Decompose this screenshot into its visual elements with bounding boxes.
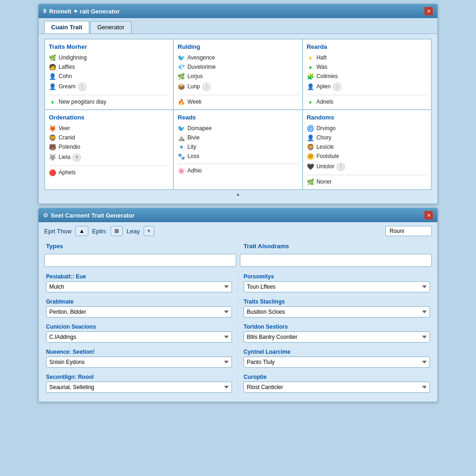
- list-item[interactable]: 🧩 Colimies: [307, 72, 427, 81]
- window-body-1: Traits Morher 🌿 Undighning 🧑 Laffies 👤 C…: [39, 34, 437, 204]
- select-curoptie[interactable]: Rlost Canticler: [244, 382, 430, 393]
- window-icon-2: ⊙: [43, 212, 48, 218]
- close-button-1[interactable]: ✕: [424, 7, 433, 15]
- item-label: Cranid: [59, 134, 75, 141]
- cat-title-ordenations: Ordenations: [49, 114, 169, 121]
- grid-button[interactable]: ⊞: [111, 226, 123, 236]
- select-cyntnel[interactable]: Panto Tluly: [244, 357, 430, 368]
- eplin-label: Eplin:: [92, 228, 107, 235]
- list-item[interactable]: 🐾 Loss: [178, 152, 298, 161]
- field-tortdon: Tortdon Sestiors Bltis Banlry Coontier: [238, 321, 432, 346]
- item-label: Laffies: [59, 64, 75, 70]
- tab-cuain-trait[interactable]: Cuain Trait: [44, 21, 89, 33]
- cat-footer-rearda: ♦ Adnels: [307, 95, 427, 106]
- list-item[interactable]: 💎 Duvelorime: [178, 62, 298, 72]
- label-curoptie: Curoptie: [244, 374, 430, 380]
- item-icon: 👤: [49, 73, 56, 80]
- list-item[interactable]: 🤗 Foolstule: [307, 152, 427, 161]
- export-label: Eprt Thow: [44, 228, 72, 235]
- list-item[interactable]: 👤 Aplen ⋮: [307, 81, 427, 92]
- label-tortdon: Tortdon Sestiors: [244, 324, 430, 330]
- list-item[interactable]: 🐦 Domapee: [178, 124, 298, 133]
- select-grablmate[interactable]: Pertion, Bidder: [46, 306, 232, 317]
- list-item[interactable]: 🦁 Cranid: [49, 133, 169, 142]
- select-cunicion[interactable]: C.lAddings: [46, 331, 232, 343]
- item-label: Lunp: [187, 83, 200, 90]
- category-randoms: Randoms 🌀 Drvingo 👤 Chory 🦁 Lesicle: [303, 110, 431, 190]
- list-item[interactable]: ● Was: [307, 62, 427, 72]
- cat-footer-rulding: 🔥 Week: [178, 95, 298, 106]
- list-item[interactable]: ♦ Haft: [307, 53, 427, 62]
- list-item[interactable]: 🦁 Lesicle: [307, 142, 427, 152]
- cat-footer-randoms: 🌿 Noner: [307, 175, 427, 185]
- top-boxes: [44, 254, 432, 267]
- window-title-1: Rnimelt ✦ rait Generator: [49, 8, 120, 15]
- list-item[interactable]: 👤 Cohn: [49, 72, 169, 81]
- list-item[interactable]: 🌿 Lorjus: [178, 72, 298, 81]
- item-icon: 🐺: [49, 153, 56, 161]
- leay-label: Leay: [126, 228, 139, 235]
- select-pesiabalt[interactable]: Mulch: [46, 281, 232, 292]
- select-porsomitys[interactable]: Toun Lffees: [244, 281, 430, 292]
- item-label: Colimies: [317, 73, 338, 79]
- trait-alsodrams-box: [240, 254, 432, 267]
- item-icon: 💎: [178, 63, 185, 71]
- item-icon: 🐦: [178, 125, 185, 132]
- category-traits-morher: Traits Morher 🌿 Undighning 🧑 Laffies 👤 C…: [45, 39, 173, 110]
- label-cunicion: Cunicion Seacions: [46, 324, 232, 330]
- item-icon: ●: [307, 63, 314, 71]
- cat-items-traits-morher: 🌿 Undighning 🧑 Laffies 👤 Cohn 👤 Gream: [49, 53, 169, 92]
- field-traits-staclings: Traits Staclings Busition Scloes: [238, 296, 432, 321]
- item-label: Lity: [187, 144, 196, 150]
- scroll-button[interactable]: ⋮: [78, 83, 86, 91]
- select-secontlign[interactable]: Seaurial, Selleting: [46, 382, 232, 393]
- up-arrow-button[interactable]: ▲: [75, 226, 88, 236]
- list-item[interactable]: 👤 Chory: [307, 133, 427, 142]
- item-label: Avesgence: [187, 54, 215, 61]
- window-2: ⊙ Seet Carment Trait Generator ✕ Eprt Th…: [38, 208, 438, 402]
- add-button[interactable]: +: [144, 226, 154, 236]
- item-icon: 👤: [307, 83, 314, 90]
- list-item[interactable]: ♥ Lity: [178, 142, 298, 152]
- footer-icon: 🌿: [307, 178, 314, 185]
- select-tortdon[interactable]: Bltis Banlry Coontier: [244, 331, 430, 343]
- search-input[interactable]: [385, 226, 432, 236]
- list-item[interactable]: 🦊 Veer: [49, 124, 169, 133]
- list-item[interactable]: ⛰️ Bivie: [178, 133, 298, 142]
- item-icon: 🌀: [307, 125, 314, 132]
- item-label: Lorjus: [187, 73, 203, 79]
- select-traits-staclings[interactable]: Busition Scloes: [244, 306, 430, 317]
- item-label: Undighning: [59, 54, 87, 61]
- list-item[interactable]: 📦 Lunp ⋮: [178, 81, 298, 92]
- tab-generator[interactable]: Generator: [90, 21, 132, 33]
- scroll-button[interactable]: ⋮: [202, 83, 211, 91]
- cat-items-rulding: 🐦 Avesgence 💎 Duvelorime 🌿 Lorjus 📦 Lunp: [178, 53, 298, 92]
- item-icon: ♥: [178, 143, 185, 151]
- item-icon: 🦁: [49, 134, 56, 141]
- category-grid: Traits Morher 🌿 Undighning 🧑 Laffies 👤 C…: [44, 39, 432, 190]
- scroll-button[interactable]: ⋮: [333, 83, 341, 91]
- close-button-2[interactable]: ✕: [424, 211, 433, 219]
- cat-footer-traits-morher: ♦ New peogitaro diay: [49, 95, 169, 106]
- footer-label: Adhio: [187, 167, 202, 174]
- list-item[interactable]: 👤 Gream ⋮: [49, 81, 169, 92]
- list-item[interactable]: 🖤 Untolor ⋮: [307, 161, 427, 172]
- field-cyntnel: Cyntnel Loarcime Panto Tluly: [238, 346, 432, 371]
- list-item[interactable]: 🐺 Liela ?: [49, 152, 169, 163]
- select-nueence[interactable]: Snisin Eydons: [46, 357, 232, 368]
- list-item[interactable]: 🌀 Drvingo: [307, 124, 427, 133]
- label-secontlign: Secontlign: Roool: [46, 374, 232, 380]
- scroll-button[interactable]: ?: [73, 153, 81, 162]
- list-item[interactable]: 🐻 Polendio: [49, 142, 169, 152]
- item-icon: 🧑: [49, 63, 56, 71]
- list-item[interactable]: 🐦 Avesgence: [178, 53, 298, 62]
- label-porsomitys: Porsomitys: [244, 273, 430, 280]
- titlebar-1: 9 Rnimelt ✦ rait Generator ✕: [39, 4, 437, 18]
- item-icon: 👤: [49, 83, 56, 90]
- footer-label: Week: [187, 99, 201, 105]
- list-item[interactable]: 🌿 Undighning: [49, 53, 169, 62]
- collapse-arrow[interactable]: ▲: [44, 190, 432, 198]
- scroll-button[interactable]: ⋮: [337, 163, 345, 171]
- list-item[interactable]: 🧑 Laffies: [49, 62, 169, 72]
- field-secontlign: Secontlign: Roool Seaurial, Selleting: [44, 371, 238, 396]
